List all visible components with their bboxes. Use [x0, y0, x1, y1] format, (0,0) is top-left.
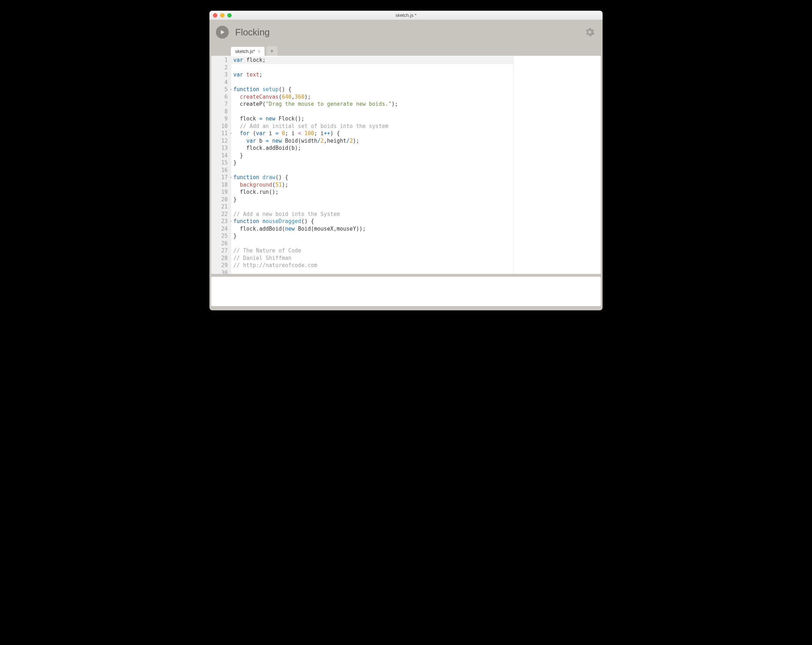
- close-window-button[interactable]: [213, 13, 217, 18]
- code-line[interactable]: [231, 269, 513, 274]
- line-number: 26: [211, 240, 231, 248]
- tab-bar: sketch.js* ✕ +: [209, 44, 603, 56]
- run-button[interactable]: [216, 26, 229, 38]
- code-line[interactable]: flock.addBoid(new Boid(mouseX,mouseY));: [231, 225, 513, 233]
- code-line[interactable]: // Add an initial set of boids into the …: [231, 123, 513, 130]
- line-number: 8: [211, 108, 231, 116]
- app-window: sketch.js * Flocking sketch.js* ✕ + 1234…: [209, 11, 603, 310]
- code-line[interactable]: for (var i = 0; i < 100; i++) {: [231, 130, 513, 137]
- line-number: 9: [211, 115, 231, 123]
- line-number: 19: [211, 188, 231, 196]
- code-line[interactable]: function draw() {: [231, 174, 513, 181]
- code-line[interactable]: // Add a new boid into the System: [231, 211, 513, 218]
- code-line[interactable]: var flock;: [231, 57, 513, 64]
- code-line[interactable]: function mouseDragged() {: [231, 218, 513, 225]
- close-tab-button[interactable]: ✕: [257, 49, 261, 54]
- tab-label: sketch.js*: [235, 49, 255, 54]
- code-line[interactable]: createP("Drag the mouse to generate new …: [231, 101, 513, 108]
- line-number: 21: [211, 203, 231, 211]
- minimize-window-button[interactable]: [220, 13, 224, 18]
- line-number: 22: [211, 211, 231, 218]
- console-panel[interactable]: [211, 277, 601, 306]
- line-number: 29: [211, 262, 231, 269]
- line-number: 11: [211, 130, 231, 137]
- code-line[interactable]: // Daniel Shiffman: [231, 255, 513, 262]
- project-title[interactable]: Flocking: [235, 27, 270, 38]
- line-number: 28: [211, 255, 231, 262]
- line-number: 6: [211, 93, 231, 101]
- line-number: 13: [211, 144, 231, 152]
- line-number: 17: [211, 174, 231, 181]
- editor-right-margin: [514, 56, 601, 274]
- gear-icon: [585, 27, 595, 37]
- code-line[interactable]: }: [231, 196, 513, 203]
- titlebar[interactable]: sketch.js *: [209, 11, 603, 20]
- code-line[interactable]: [231, 167, 513, 174]
- code-line[interactable]: [231, 240, 513, 248]
- line-number: 3: [211, 71, 231, 79]
- window-controls: [213, 13, 232, 18]
- line-number: 5: [211, 86, 231, 93]
- settings-button[interactable]: [583, 26, 596, 38]
- zoom-window-button[interactable]: [227, 13, 232, 18]
- line-number: 30: [211, 269, 231, 274]
- line-number: 1: [211, 57, 231, 64]
- code-line[interactable]: flock.run();: [231, 188, 513, 196]
- code-line[interactable]: }: [231, 152, 513, 159]
- line-number: 4: [211, 79, 231, 86]
- line-number: 2: [211, 64, 231, 72]
- play-icon: [220, 29, 225, 35]
- code-line[interactable]: [231, 64, 513, 72]
- code-line[interactable]: function setup() {: [231, 86, 513, 93]
- code-line[interactable]: createCanvas(640,360);: [231, 93, 513, 101]
- code-line[interactable]: var text;: [231, 71, 513, 79]
- line-number: 20: [211, 196, 231, 203]
- line-number-gutter: 1234567891011121314151617181920212223242…: [211, 56, 231, 274]
- code-line[interactable]: flock.addBoid(b);: [231, 144, 513, 152]
- code-line[interactable]: [231, 108, 513, 116]
- line-number: 23: [211, 218, 231, 225]
- tab-sketch-js[interactable]: sketch.js* ✕: [231, 47, 264, 56]
- line-number: 7: [211, 101, 231, 108]
- code-line[interactable]: flock = new Flock();: [231, 115, 513, 123]
- code-line[interactable]: // http://natureofcode.com: [231, 262, 513, 269]
- code-area[interactable]: var flock; var text; function setup() { …: [231, 56, 514, 274]
- code-line[interactable]: [231, 203, 513, 211]
- window-title: sketch.js *: [209, 12, 603, 18]
- line-number: 24: [211, 225, 231, 233]
- line-number: 25: [211, 232, 231, 240]
- line-number: 16: [211, 167, 231, 174]
- code-editor[interactable]: 1234567891011121314151617181920212223242…: [211, 56, 601, 274]
- line-number: 15: [211, 159, 231, 167]
- code-line[interactable]: background(51);: [231, 181, 513, 189]
- code-line[interactable]: [231, 79, 513, 86]
- code-line[interactable]: }: [231, 232, 513, 240]
- new-tab-button[interactable]: +: [267, 46, 277, 56]
- line-number: 27: [211, 247, 231, 255]
- line-number: 10: [211, 123, 231, 130]
- toolbar: Flocking: [209, 20, 603, 44]
- code-line[interactable]: var b = new Boid(width/2,height/2);: [231, 137, 513, 145]
- line-number: 14: [211, 152, 231, 159]
- code-line[interactable]: // The Nature of Code: [231, 247, 513, 255]
- line-number: 18: [211, 181, 231, 189]
- code-line[interactable]: }: [231, 159, 513, 167]
- line-number: 12: [211, 137, 231, 145]
